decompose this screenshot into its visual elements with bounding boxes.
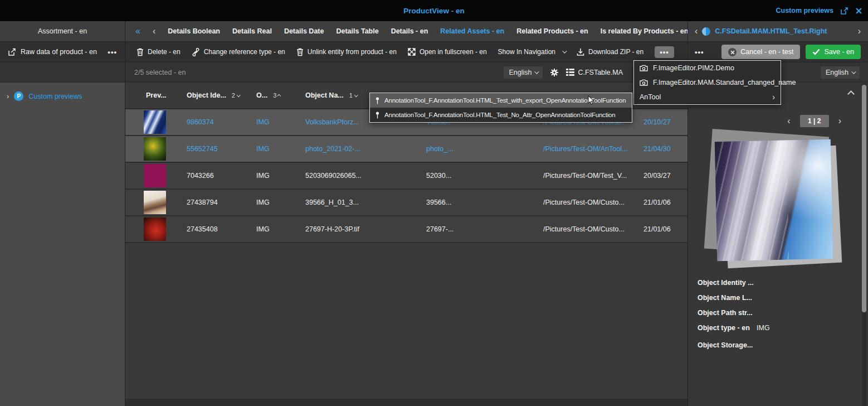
field-row: Object Name L... [698,294,854,302]
open-external-icon[interactable] [840,7,849,15]
assortment-sidebar: › P Custom previews [0,83,125,406]
open-fullscreen-button[interactable]: Open in fullscreen - en [408,48,487,56]
panel-language-dropdown[interactable]: English [821,66,860,79]
table-view-selector[interactable]: C.FSTable.MA [566,69,623,76]
column-header-object-type[interactable]: O... 3 [256,91,305,99]
tab-bar: Assortment - en « ‹ Details Boolean Deta… [0,21,868,42]
assortment-panel-title: Assortment - en [0,21,125,41]
fullscreen-icon [408,48,416,56]
raw-data-button[interactable]: Raw data of product - en [8,48,97,56]
preview-panel: ‹ 1 | 2 › Object Identity ... Object Nam… [688,83,868,406]
tabs-scroll-left-icon[interactable]: ‹ [153,27,155,36]
sort-asc-icon [277,94,281,98]
pager-prev-icon[interactable]: ‹ [787,117,790,125]
cancel-button[interactable]: Cancel - en - test [721,45,800,59]
object-id-link[interactable]: 55652745 [187,145,256,153]
object-id-link[interactable]: 27438794 [187,199,256,206]
custom-previews-link[interactable]: Custom previews [776,7,833,14]
menu-item-antool[interactable]: AnTool › [634,90,781,104]
download-icon [577,48,584,56]
preview-image[interactable] [715,139,833,261]
save-button[interactable]: Save - en [806,45,861,59]
toolbar: Raw data of product - en ••• Delete - en… [0,42,868,62]
gear-icon[interactable] [550,68,559,77]
preview-image-stack[interactable] [715,138,835,264]
page-title: ProductView - en [0,7,868,15]
title-bar: ProductView - en Custom previews [0,0,868,21]
column-header-object-identity[interactable]: Object Ide... 2 [187,91,256,99]
download-zip-button[interactable]: Download ZIP - en [577,48,643,56]
tab-details-boolean[interactable]: Details Boolean [168,27,220,35]
panel-more-icon[interactable]: ••• [695,48,704,56]
expand-chevron-icon[interactable]: › [7,93,9,100]
detail-next-icon[interactable]: › [858,27,861,36]
chevron-down-icon [535,69,539,74]
close-icon[interactable] [855,7,862,14]
menu-item-image-editor-mam-standard[interactable]: F.ImageEditor.MAM.Standard_changed_name [634,75,781,90]
asset-thumbnail[interactable] [144,191,166,214]
selection-count: 2/5 selected - en [134,69,186,76]
asset-thumbnail[interactable] [144,218,166,241]
productview-window: ProductView - en Custom previews Assortm… [0,0,868,406]
delete-button[interactable]: Delete - en [136,48,181,56]
raw-data-more-icon[interactable]: ••• [108,48,117,56]
tab-is-related-by-products[interactable]: Is related By Products - en [601,27,688,35]
collapse-panel-icon[interactable] [847,90,855,98]
scrollbar-thumb[interactable] [862,85,866,312]
more-actions-menu: F.ImageEditor.PIM2.Demo F.ImageEditor.MA… [633,60,781,105]
object-id-link[interactable]: 9860374 [187,118,256,126]
change-reference-type-button[interactable]: Change reference type - en [192,48,285,56]
camera-icon [640,79,648,86]
detail-type-icon [702,27,710,36]
field-row: Object Path str... [698,309,854,317]
field-row: Object Identity ... [698,279,854,287]
tab-details-en[interactable]: Details - en [391,27,428,35]
tab-details-table[interactable]: Details Table [336,27,378,35]
tabs-scroll-far-left-icon[interactable]: « [135,27,140,36]
table-row[interactable]: 27435408 IMG 27697-H-20-3P.tif 27697-...… [125,216,687,243]
detail-prev-icon[interactable]: ‹ [695,27,698,36]
asset-thumbnail[interactable] [144,110,166,134]
unlink-entity-button[interactable]: Unlink entity from product - en [296,48,397,56]
table-row[interactable]: 55652745 IMG photo_2021-02-... photo_...… [125,136,687,163]
table-row[interactable]: 27438794 IMG 39566_H_01_3... 39566... /P… [125,190,687,216]
cancel-circle-icon [728,48,737,56]
submenu-item-annotation-with-export[interactable]: AnnotationTool_F.AnnotationTool.HTML_Tes… [370,93,632,108]
chevron-down-icon [562,49,567,53]
camera-icon [640,65,648,71]
metadata-fields: Object Identity ... Object Name L... Obj… [698,279,854,356]
submenu-arrow-icon: › [772,93,775,102]
link-icon [192,48,200,56]
object-id-link[interactable]: 27435408 [187,225,256,233]
pin-icon [376,112,379,119]
sidebar-item-custom-previews[interactable]: › P Custom previews [0,88,125,104]
pager-next-icon[interactable]: › [838,117,841,125]
asset-thumbnail[interactable] [144,164,166,187]
show-in-navigation-dropdown[interactable]: Show In Navigation [498,48,565,56]
asset-thumbnail[interactable] [144,137,166,161]
submenu-item-annotation-no-attr[interactable]: AnnotationTool_F.AnnotationTool.HTML_Tes… [370,108,632,122]
preview-pager: ‹ 1 | 2 › [787,115,841,127]
sort-desc-icon [354,93,358,97]
object-id-link[interactable]: 7043266 [187,172,256,180]
tab-related-products[interactable]: Related Products - en [516,27,588,35]
table-icon [566,69,574,76]
language-dropdown[interactable]: English [504,66,543,79]
check-icon [812,49,820,55]
column-header-preview[interactable]: Prev... [125,91,187,99]
sort-desc-icon [237,93,241,97]
field-row: Object Storage... [698,341,854,349]
tab-details-real[interactable]: Details Real [232,27,272,35]
trash-icon [136,48,144,56]
table-row[interactable]: 7043266 IMG 5203069026065... 52030... /P… [125,163,687,190]
pin-icon [376,97,379,104]
more-actions-button[interactable]: ••• [655,46,674,58]
detail-panel-title: C.FSDetail.MAM.HTML_Test.Right [715,27,853,35]
related-assets-table: Prev... Object Ide... 2 O... 3 Object Na… [125,83,688,406]
field-row: Object type - en IMG [698,324,854,332]
menu-item-image-editor-pim2-demo[interactable]: F.ImageEditor.PIM2.Demo [634,61,781,75]
tab-details-date[interactable]: Details Date [284,27,324,35]
trash-icon [296,48,304,56]
tab-related-assets[interactable]: Related Assets - en [440,27,504,35]
share-icon [8,48,17,56]
